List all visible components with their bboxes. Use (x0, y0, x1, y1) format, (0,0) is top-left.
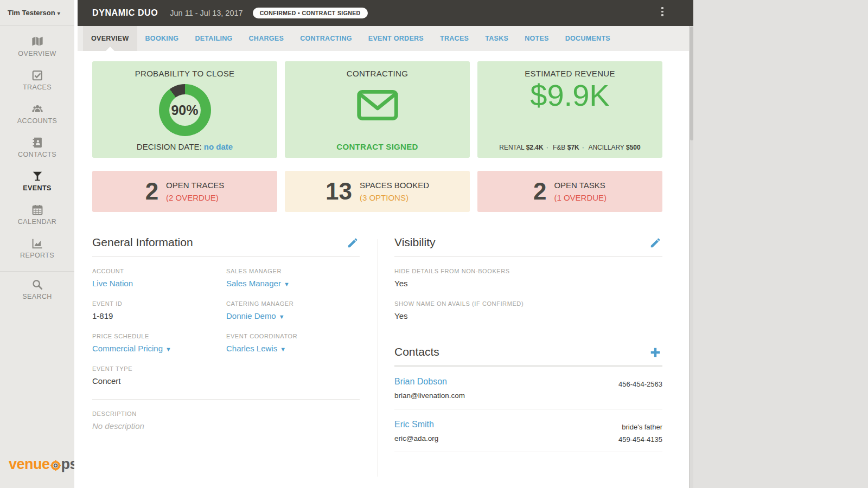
tab-documents[interactable]: DOCUMENTS (557, 26, 618, 51)
status-badge: CONFIRMED • CONTRACT SIGNED (253, 8, 368, 18)
scrollbar-thumb[interactable] (690, 27, 693, 140)
tab-traces[interactable]: TRACES (432, 26, 477, 51)
sidebar-item-traces[interactable]: TRACES (0, 69, 74, 100)
right-column: Visibility HIDE DETAILS FROM NON-BOOKERS… (394, 236, 662, 452)
decision-date-label: DECISION DATE: (137, 142, 202, 151)
sales-manager-dropdown[interactable]: Sales Manager▼ (226, 279, 360, 288)
breakdown-label: ANCILLARY (588, 144, 624, 151)
field-description: DESCRIPTION No description (92, 410, 360, 431)
catering-manager-dropdown[interactable]: Donnie Demo▼ (226, 311, 360, 320)
section-title: Visibility (394, 236, 435, 248)
envelope-icon (356, 89, 399, 121)
event-title: DYNAMIC DUO (92, 8, 158, 18)
field-label: SHOW NAME ON AVAILS (IF CONFIRMED) (394, 300, 662, 307)
users-icon (31, 103, 43, 115)
card-title: ESTIMATED REVENUE (477, 69, 662, 78)
open-tasks-stat: 2 OPEN TASKS (1 OVERDUE) (477, 171, 662, 212)
stat-sub: (3 OPTIONS) (360, 191, 429, 204)
section-title: General Information (92, 236, 193, 248)
sidebar-item-contacts[interactable]: CONTACTS (0, 137, 74, 167)
field-event-id: EVENT ID 1-819 (92, 300, 226, 320)
vertical-scrollbar[interactable] (689, 26, 693, 488)
stat-value: 2 (145, 179, 158, 203)
address-book-icon (31, 137, 43, 149)
tab-contracting[interactable]: CONTRACTING (292, 26, 360, 51)
sidebar-item-label: CALENDAR (18, 218, 56, 226)
field-label: EVENT TYPE (92, 365, 226, 372)
sidebar-item-overview[interactable]: OVERVIEW (0, 36, 74, 66)
tab-booking[interactable]: BOOKING (137, 26, 187, 51)
field-label: DESCRIPTION (92, 410, 360, 417)
field-catering-manager: CATERING MANAGER Donnie Demo▼ (226, 300, 360, 320)
contacts-section: Contacts Brian Dobson brian@livenation.c… (394, 345, 662, 452)
breakdown-label: RENTAL (499, 144, 524, 151)
tab-charges[interactable]: CHARGES (241, 26, 292, 51)
tab-tasks[interactable]: TASKS (477, 26, 516, 51)
sidebar-item-label: TRACES (23, 84, 52, 91)
sidebar-item-label: SEARCH (22, 293, 52, 300)
chevron-down-icon: ▾ (58, 10, 60, 16)
event-id-value: 1-819 (92, 311, 226, 320)
revenue-total: $9.9K (477, 78, 662, 113)
contact-relation: bride's father (618, 421, 662, 433)
probability-donut-chart: 90% (159, 84, 211, 136)
edit-pencil-icon[interactable] (649, 237, 661, 249)
contracting-card: CONTRACTING CONTRACT SIGNED (285, 61, 470, 158)
contact-phone: 459-454-4135 (618, 433, 662, 446)
show-name-value: Yes (394, 311, 662, 320)
breakdown-value: $2.4K (526, 144, 544, 151)
field-sales-manager: SALES MANAGER Sales Manager▼ (226, 268, 360, 288)
gear-icon (50, 460, 61, 471)
chevron-down-icon: ▼ (280, 346, 286, 352)
chevron-down-icon: ▼ (284, 281, 290, 287)
revenue-card: ESTIMATED REVENUE $9.9K RENTAL $2.4K· F&… (477, 61, 662, 158)
tab-event-orders[interactable]: EVENT ORDERS (360, 26, 432, 51)
kebab-menu-icon[interactable] (659, 7, 666, 19)
field-label: EVENT COORDINATOR (226, 333, 360, 339)
price-schedule-dropdown[interactable]: Commercial Pricing▼ (92, 344, 226, 353)
sidebar-item-events[interactable]: EVENTS (0, 170, 74, 201)
martini-icon (31, 170, 43, 182)
field-label: HIDE DETAILS FROM NON-BOOKERS (394, 268, 662, 274)
event-coordinator-dropdown[interactable]: Charles Lewis▼ (226, 344, 360, 353)
description-value: No description (92, 421, 360, 431)
sidebar-item-label: ACCOUNTS (17, 117, 57, 125)
event-dates: Jun 11 - Jul 13, 2017 (170, 9, 242, 17)
user-menu[interactable]: Tim Testerson▾ (0, 0, 74, 26)
card-title: CONTRACTING (285, 69, 470, 78)
chevron-down-icon: ▼ (279, 313, 285, 320)
decision-date-value[interactable]: no date (204, 142, 233, 151)
separator: · (544, 144, 551, 151)
tab-notes[interactable]: NOTES (516, 26, 557, 51)
probability-card: PROBABILITY TO CLOSE 90% DECISION DATE: … (92, 61, 277, 158)
breakdown-value: $500 (626, 144, 641, 151)
sidebar-divider (0, 271, 74, 272)
user-name: Tim Testerson (8, 9, 55, 17)
section-title: Contacts (394, 345, 439, 358)
stat-label: OPEN TRACES (166, 179, 224, 191)
sidebar-item-label: EVENTS (23, 184, 51, 192)
tab-bar: OVERVIEW BOOKING DETAILING CHARGES CONTR… (78, 26, 689, 51)
breakdown-label: F&B (553, 144, 565, 151)
tab-overview[interactable]: OVERVIEW (83, 26, 137, 51)
field-label: EVENT ID (92, 300, 226, 307)
field-label: PRICE SCHEDULE (92, 333, 226, 339)
field-label: CATERING MANAGER (226, 300, 360, 307)
sidebar-item-accounts[interactable]: ACCOUNTS (0, 103, 74, 133)
sidebar-item-reports[interactable]: REPORTS (0, 237, 74, 268)
column-divider (378, 239, 378, 477)
sidebar-item-calendar[interactable]: CALENDAR (0, 204, 74, 234)
open-traces-stat: 2 OPEN TRACES (2 OVERDUE) (92, 171, 277, 212)
sidebar-item-search[interactable]: SEARCH (0, 279, 74, 309)
map-icon (31, 36, 43, 48)
add-contact-plus-icon[interactable] (649, 346, 661, 358)
field-hide-details: HIDE DETAILS FROM NON-BOOKERS Yes (394, 268, 662, 288)
tab-detailing[interactable]: DETAILING (187, 26, 240, 51)
account-link[interactable]: Live Nation (92, 279, 226, 288)
field-event-type: EVENT TYPE Concert (92, 365, 226, 386)
field-show-name: SHOW NAME ON AVAILS (IF CONFIRMED) Yes (394, 300, 662, 320)
search-icon (31, 279, 43, 291)
edit-pencil-icon[interactable] (347, 237, 359, 249)
sidebar: Tim Testerson▾ OVERVIEW TRACES ACCOUNTS … (0, 0, 74, 488)
hide-details-value: Yes (394, 279, 662, 288)
